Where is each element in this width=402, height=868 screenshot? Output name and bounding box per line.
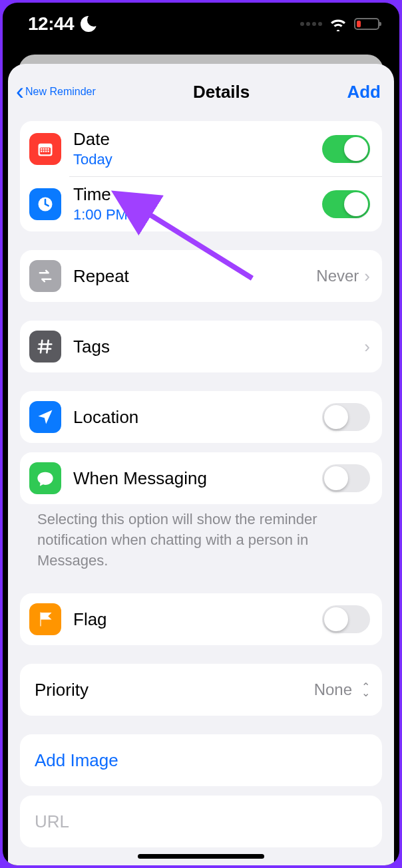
add-button[interactable]: Add bbox=[347, 82, 381, 102]
tags-group: Tags › bbox=[20, 321, 382, 372]
battery-icon bbox=[354, 18, 379, 30]
priority-group: Priority None ⌃⌄ bbox=[20, 664, 382, 716]
back-button[interactable]: ‹ New Reminder bbox=[16, 80, 96, 104]
repeat-icon bbox=[29, 260, 61, 292]
flag-icon bbox=[29, 603, 61, 635]
messaging-label: When Messaging bbox=[73, 468, 322, 489]
chevron-right-icon: › bbox=[364, 266, 370, 287]
flag-row[interactable]: Flag bbox=[20, 593, 382, 645]
date-label: Date bbox=[73, 129, 322, 150]
url-row[interactable]: URL bbox=[20, 796, 382, 847]
clock-icon bbox=[29, 188, 61, 220]
calendar-icon bbox=[29, 133, 61, 165]
priority-value: None bbox=[314, 680, 352, 699]
messaging-hint: Selecting this option will show the remi… bbox=[20, 509, 382, 571]
messaging-toggle[interactable] bbox=[322, 464, 370, 492]
svg-rect-9 bbox=[48, 150, 49, 152]
up-down-icon: ⌃⌄ bbox=[361, 684, 370, 696]
chevron-right-icon: › bbox=[364, 337, 370, 357]
tags-label: Tags bbox=[73, 337, 364, 357]
details-sheet: ‹ New Reminder Details Add Date Today bbox=[8, 64, 394, 865]
time-toggle[interactable] bbox=[322, 190, 370, 218]
priority-label: Priority bbox=[35, 680, 314, 700]
svg-rect-7 bbox=[43, 150, 45, 152]
cellular-icon bbox=[300, 22, 322, 26]
location-row[interactable]: Location bbox=[20, 391, 382, 443]
location-group: Location bbox=[20, 391, 382, 443]
repeat-label: Repeat bbox=[73, 266, 316, 287]
svg-rect-8 bbox=[45, 150, 47, 152]
location-label: Location bbox=[73, 407, 322, 428]
messaging-row[interactable]: When Messaging bbox=[20, 452, 382, 504]
repeat-row[interactable]: Repeat Never › bbox=[20, 250, 382, 302]
date-row[interactable]: Date Today bbox=[20, 121, 382, 176]
messaging-group: When Messaging bbox=[20, 452, 382, 504]
date-time-group: Date Today Time 1:00 PM bbox=[20, 121, 382, 231]
status-time: 12:44 bbox=[28, 13, 74, 35]
do-not-disturb-icon bbox=[81, 16, 97, 32]
svg-rect-3 bbox=[43, 148, 45, 149]
tags-row[interactable]: Tags › bbox=[20, 321, 382, 372]
repeat-group: Repeat Never › bbox=[20, 250, 382, 302]
location-icon bbox=[29, 401, 61, 433]
location-toggle[interactable] bbox=[322, 403, 370, 431]
add-image-group: Add Image bbox=[20, 734, 382, 786]
svg-rect-5 bbox=[48, 148, 49, 149]
svg-rect-4 bbox=[45, 148, 47, 149]
back-label: New Reminder bbox=[25, 86, 96, 98]
url-group: URL bbox=[20, 796, 382, 847]
priority-row[interactable]: Priority None ⌃⌄ bbox=[20, 664, 382, 716]
time-value: 1:00 PM bbox=[73, 206, 322, 223]
url-field[interactable]: URL bbox=[35, 811, 370, 832]
time-label: Time bbox=[73, 184, 322, 205]
flag-toggle[interactable] bbox=[322, 605, 370, 633]
svg-rect-2 bbox=[41, 148, 42, 149]
message-icon bbox=[29, 462, 61, 494]
status-bar: 12:44 bbox=[3, 3, 399, 45]
nav-bar: ‹ New Reminder Details Add bbox=[8, 64, 394, 121]
repeat-value: Never bbox=[316, 267, 359, 285]
hash-icon bbox=[29, 331, 61, 362]
flag-group: Flag bbox=[20, 593, 382, 645]
wifi-icon bbox=[329, 17, 347, 31]
date-toggle[interactable] bbox=[322, 135, 370, 163]
home-indicator[interactable] bbox=[138, 854, 264, 859]
add-image-label: Add Image bbox=[35, 750, 370, 771]
page-title: Details bbox=[193, 82, 250, 102]
add-image-row[interactable]: Add Image bbox=[20, 734, 382, 786]
chevron-left-icon: ‹ bbox=[16, 80, 24, 104]
date-value: Today bbox=[73, 151, 322, 168]
svg-rect-6 bbox=[41, 150, 42, 152]
time-row[interactable]: Time 1:00 PM bbox=[20, 176, 382, 231]
flag-label: Flag bbox=[73, 609, 322, 630]
